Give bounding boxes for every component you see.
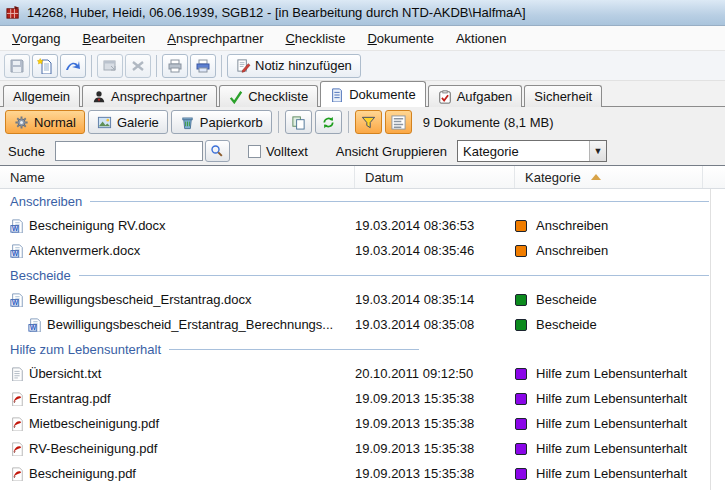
table-row[interactable]: W Bewilligungsbescheid_Erstantrag.docx 1…: [0, 287, 725, 312]
category-color-swatch: [515, 319, 527, 331]
group-header-hilfe-zum-lebensunterhalt[interactable]: Hilfe zum Lebensunterhalt: [0, 337, 725, 361]
menu-aktionen[interactable]: Aktionen: [448, 28, 521, 49]
column-header-kategorie[interactable]: Kategorie: [515, 166, 703, 188]
search-button[interactable]: [205, 140, 230, 162]
table-row[interactable]: W Bewilligungsbescheid_Erstantrag_Berech…: [0, 312, 725, 337]
print-button[interactable]: [162, 54, 188, 78]
word-file-icon: W: [10, 219, 24, 233]
word-file-icon: W: [10, 244, 24, 258]
column-header-name[interactable]: Name: [0, 166, 355, 188]
category-label: Anschreiben: [536, 218, 608, 233]
filter-button[interactable]: [355, 110, 382, 134]
group-header-anschreiben[interactable]: Anschreiben: [0, 189, 725, 213]
gear-icon: [14, 115, 29, 130]
group-view-button[interactable]: [385, 110, 412, 134]
table-row[interactable]: Erstantrag.pdf 19.09.2013 15:35:38 Hilfe…: [0, 386, 725, 411]
app-icon: [6, 5, 21, 20]
file-date: 19.03.2014 08:35:14: [355, 292, 515, 307]
note-pen-icon: [236, 58, 251, 73]
search-input[interactable]: [55, 141, 203, 161]
category-label: Hilfe zum Lebensunterhalt: [536, 366, 687, 381]
group-label: Bescheide: [10, 268, 71, 283]
file-date: 19.03.2014 08:35:08: [355, 317, 515, 332]
category-color-swatch: [515, 220, 527, 232]
new-note-button[interactable]: [32, 54, 58, 78]
group-by-dropdown[interactable]: Kategorie ▼: [457, 140, 607, 162]
group-rule: [90, 201, 709, 202]
tab-ansprechpartner-label: Ansprechpartner: [111, 89, 207, 104]
word-file-icon: W: [10, 293, 24, 307]
table-row[interactable]: Bescheinigung.pdf 19.09.2013 15:35:38 Hi…: [0, 461, 725, 486]
refresh-button[interactable]: [315, 110, 342, 134]
category-color-swatch: [515, 393, 527, 405]
copy-button[interactable]: [285, 110, 312, 134]
clipboard-icon: [438, 90, 452, 104]
add-note-button[interactable]: Notiz hinzufügen: [227, 54, 361, 78]
menu-vorgang[interactable]: Vorgang: [4, 28, 74, 49]
group-header-bescheide[interactable]: Bescheide: [0, 263, 725, 287]
tab-dokumente[interactable]: Dokumente: [320, 81, 425, 107]
menu-dokumente[interactable]: Dokumente: [359, 28, 447, 49]
table-row[interactable]: RV-Bescheinigung.pdf 19.09.2013 15:35:38…: [0, 436, 725, 461]
table-header: Name Datum Kategorie: [0, 166, 725, 189]
table-row[interactable]: W Bescheinigung RV.docx 19.03.2014 08:36…: [0, 213, 725, 238]
category-label: Bescheide: [536, 317, 597, 332]
tab-checkliste[interactable]: Checkliste: [219, 85, 318, 107]
menu-ansprechpartner[interactable]: Ansprechpartner: [159, 28, 277, 49]
category-color-swatch: [515, 418, 527, 430]
table-row[interactable]: Mietbescheinigung.pdf 19.09.2013 15:35:3…: [0, 411, 725, 436]
file-name: Erstantrag.pdf: [29, 391, 111, 406]
category-label: Hilfe zum Lebensunterhalt: [536, 391, 687, 406]
svg-text:W: W: [12, 298, 19, 305]
table-row[interactable]: W Aktenvermerk.docx 19.03.2014 08:35:46 …: [0, 238, 725, 263]
column-datum-label: Datum: [365, 170, 403, 185]
menu-bearbeiten[interactable]: Bearbeiten: [74, 28, 159, 49]
printer-icon: [167, 58, 183, 74]
file-name: Übersicht.txt: [29, 366, 101, 381]
pdf-file-icon: [10, 442, 24, 456]
view-galerie-label: Galerie: [117, 115, 159, 130]
file-date: 19.09.2013 15:35:38: [355, 416, 515, 431]
pdf-file-icon: [10, 392, 24, 406]
tab-aufgaben-label: Aufgaben: [457, 89, 513, 104]
file-name: RV-Bescheinigung.pdf: [29, 441, 157, 456]
view-papierkorb-button[interactable]: Papierkorb: [171, 110, 272, 134]
group-by-value: Kategorie: [463, 144, 519, 159]
group-rule: [79, 275, 709, 276]
fulltext-checkbox[interactable]: [248, 145, 261, 158]
text-file-icon: [10, 367, 24, 381]
column-header-datum[interactable]: Datum: [355, 166, 515, 188]
category-label: Anschreiben: [536, 243, 608, 258]
view-galerie-button[interactable]: Galerie: [88, 110, 168, 134]
search-bar: Suche Volltext Ansicht Gruppieren Katego…: [0, 137, 725, 166]
view-normal-button[interactable]: Normal: [5, 110, 85, 134]
menu-checkliste[interactable]: Checkliste: [277, 28, 359, 49]
group-by-label: Ansicht Gruppieren: [336, 144, 447, 159]
picture-icon: [97, 115, 112, 130]
pdf-file-icon: [10, 417, 24, 431]
window-title: 14268, Huber, Heidi, 06.06.1939, SGB12 -…: [27, 5, 526, 20]
delete-button[interactable]: [125, 54, 151, 78]
add-note-label: Notiz hinzufügen: [255, 58, 352, 73]
group-rule: [169, 349, 419, 350]
funnel-icon: [361, 115, 376, 130]
category-label: Bescheide: [536, 292, 597, 307]
save-button[interactable]: [4, 54, 30, 78]
file-date: 19.03.2014 08:35:46: [355, 243, 515, 258]
print-preview-button[interactable]: [190, 54, 216, 78]
export-button[interactable]: [97, 54, 123, 78]
tab-allgemein[interactable]: Allgemein: [3, 85, 80, 107]
view-toolbar: Normal Galerie Papierkorb 9 Dokumente (8…: [0, 107, 725, 137]
table-row[interactable]: Übersicht.txt 20.10.2011 09:12:50 Hilfe …: [0, 361, 725, 386]
scan-button[interactable]: [60, 54, 86, 78]
tab-allgemein-label: Allgemein: [13, 89, 70, 104]
word-file-icon: W: [28, 318, 42, 332]
refresh-icon: [321, 115, 336, 130]
tab-sicherheit-label: Sicherheit: [534, 89, 592, 104]
category-color-swatch: [515, 368, 527, 380]
tab-ansprechpartner[interactable]: Ansprechpartner: [82, 85, 217, 107]
window-export-icon: [102, 58, 118, 74]
tab-aufgaben[interactable]: Aufgaben: [428, 85, 523, 107]
tab-sicherheit[interactable]: Sicherheit: [524, 85, 602, 107]
file-name: Bewilligungsbescheid_Erstantrag_Berechnu…: [47, 317, 333, 332]
